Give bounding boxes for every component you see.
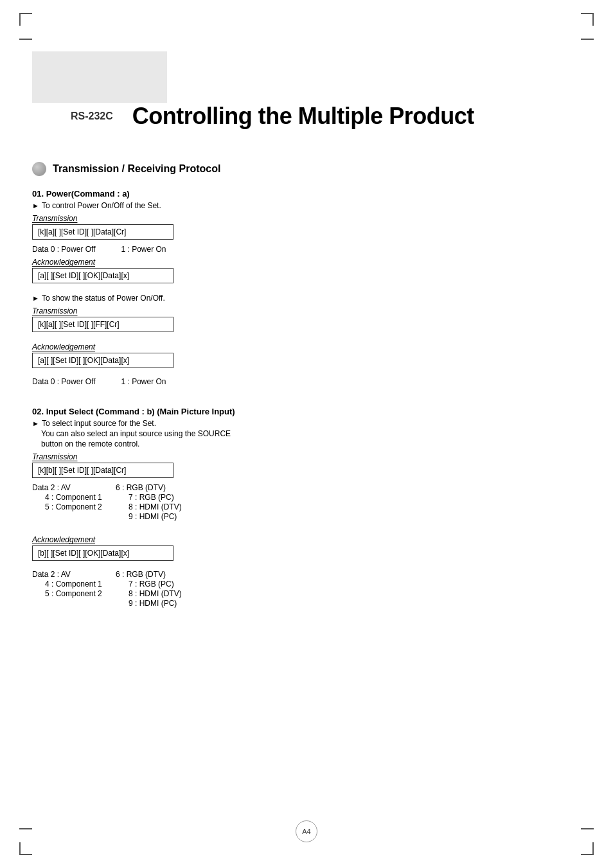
- header-gray-box: [32, 51, 167, 103]
- section-title-area: Transmission / Receiving Protocol: [32, 162, 581, 176]
- arrow-icon-2: ►: [32, 294, 39, 302]
- cmd02-desc-text: To select input source for the Set.: [42, 419, 156, 428]
- cmd02-data-left-0: Data 2 : AV: [32, 483, 116, 492]
- cmd02-ack-data-row-1: 4 : Component 1 7 : RGB (PC): [45, 580, 581, 589]
- cmd02-ack-code: [b][ ][Set ID][ ][OK][Data][x]: [32, 545, 173, 561]
- arrow-icon-1: ►: [32, 202, 39, 209]
- cmd02-data-left-1: 4 : Component 1: [45, 493, 129, 502]
- cmd02-ack-data-right-0: 6 : RGB (DTV): [116, 570, 218, 579]
- cmd01-show-desc: ► To show the status of Power On/Off.: [32, 294, 581, 303]
- side-tick-tr: [581, 39, 594, 40]
- cmd01-ack-code-2: [a][ ][Set ID][ ][OK][Data][x]: [32, 353, 173, 368]
- cmd02-tx-code: [k][b][ ][Set ID][ ][Data][Cr]: [32, 463, 173, 478]
- cmd01-data-1-2: 1 : Power On: [121, 377, 166, 386]
- cmd01-transmission-label-2: Transmission: [32, 306, 581, 315]
- cmd01-ack-label: Acknowledgement: [32, 258, 581, 267]
- cmd01-tx-code: [k][a][ ][Set ID][ ][Data][Cr]: [32, 224, 173, 240]
- cmd02-ack-data-left-2: 5 : Component 2: [45, 589, 129, 598]
- cmd02-ack-data-right-2: 8 : HDMI (DTV): [129, 589, 231, 598]
- cmd02-ack-data-right-1: 7 : RGB (PC): [129, 580, 231, 589]
- cmd02-desc2: You can also select an input source usin…: [41, 429, 581, 438]
- cmd01-desc-text: To control Power On/Off of the Set.: [42, 201, 161, 210]
- cmd01-ack-code: [a][ ][Set ID][ ][OK][Data][x]: [32, 268, 173, 283]
- corner-mark-br: [581, 842, 594, 855]
- cmd02-ack-label: Acknowledgement: [32, 535, 581, 544]
- cmd02-transmission-label: Transmission: [32, 452, 581, 461]
- side-tick-br: [581, 828, 594, 829]
- cmd02-data-row-2: 5 : Component 2 8 : HDMI (DTV): [45, 502, 581, 511]
- cmd02-header: 02. Input Select (Command : b) (Main Pic…: [32, 407, 581, 416]
- cmd02-desc3: button on the remote control.: [41, 439, 581, 448]
- cmd01-desc: ► To control Power On/Off of the Set.: [32, 201, 581, 210]
- cmd01-data-row: Data 0 : Power Off 1 : Power On: [32, 245, 581, 254]
- header-area: RS-232C Controlling the Multiple Product: [32, 0, 581, 149]
- command-01-section: 01. Power(Command : a) ► To control Powe…: [32, 189, 581, 386]
- arrow-icon-3: ►: [32, 420, 39, 427]
- cmd02-data-row-0: Data 2 : AV 6 : RGB (DTV): [32, 483, 581, 492]
- page-badge: A4: [296, 820, 317, 842]
- cmd02-data-row-1: 4 : Component 1 7 : RGB (PC): [45, 493, 581, 502]
- cmd02-ack-data-row-3: 9 : HDMI (PC): [45, 599, 581, 608]
- corner-mark-tl: [19, 13, 32, 26]
- cmd02-data-table-ack: Data 2 : AV 6 : RGB (DTV) 4 : Component …: [32, 570, 581, 608]
- cmd01-transmission-label: Transmission: [32, 214, 581, 223]
- circle-icon: [32, 162, 46, 176]
- corner-mark-tr: [581, 13, 594, 26]
- cmd02-data-right-0: 6 : RGB (DTV): [116, 483, 218, 492]
- cmd02-desc: ► To select input source for the Set.: [32, 419, 581, 428]
- cmd02-data-right-1: 7 : RGB (PC): [129, 493, 231, 502]
- cmd02-ack-data-row-0: Data 2 : AV 6 : RGB (DTV): [32, 570, 581, 579]
- section-title: Transmission / Receiving Protocol: [53, 163, 220, 175]
- corner-mark-bl: [19, 842, 32, 855]
- cmd02-ack-data-left-0: Data 2 : AV: [32, 570, 116, 579]
- cmd01-tx-code-2: [k][a][ ][Set ID][ ][FF][Cr]: [32, 317, 173, 332]
- cmd02-data-row-3: 9 : HDMI (PC): [45, 512, 581, 521]
- cmd02-data-table-tx: Data 2 : AV 6 : RGB (DTV) 4 : Component …: [32, 483, 581, 521]
- cmd01-data-1: 1 : Power On: [121, 245, 166, 254]
- cmd02-data-left-3: [45, 512, 129, 521]
- cmd02-data-left-2: 5 : Component 2: [45, 502, 129, 511]
- cmd01-ack-label-2: Acknowledgement: [32, 342, 581, 351]
- cmd02-data-right-2: 8 : HDMI (DTV): [129, 502, 231, 511]
- cmd01-show-desc-text: To show the status of Power On/Off.: [42, 294, 165, 303]
- page-number: A4: [302, 828, 310, 835]
- cmd01-header: 01. Power(Command : a): [32, 189, 581, 199]
- cmd01-data-0-2: Data 0 : Power Off: [32, 377, 96, 386]
- side-tick-tl: [19, 39, 32, 40]
- cmd02-ack-data-right-3: 9 : HDMI (PC): [129, 599, 231, 608]
- cmd02-data-right-3: 9 : HDMI (PC): [129, 512, 231, 521]
- cmd01-data-row-2: Data 0 : Power Off 1 : Power On: [32, 377, 581, 386]
- cmd02-ack-data-row-2: 5 : Component 2 8 : HDMI (DTV): [45, 589, 581, 598]
- page-container: RS-232C Controlling the Multiple Product…: [0, 0, 613, 868]
- side-tick-bl: [19, 828, 32, 829]
- cmd02-ack-data-left-1: 4 : Component 1: [45, 580, 129, 589]
- rs232c-label: RS-232C: [32, 111, 113, 122]
- command-02-section: 02. Input Select (Command : b) (Main Pic…: [32, 407, 581, 608]
- content: 01. Power(Command : a) ► To control Powe…: [32, 189, 581, 659]
- cmd02-ack-data-left-3: [45, 599, 129, 608]
- page-title: Controlling the Multiple Product: [132, 103, 474, 130]
- cmd01-data-0: Data 0 : Power Off: [32, 245, 96, 254]
